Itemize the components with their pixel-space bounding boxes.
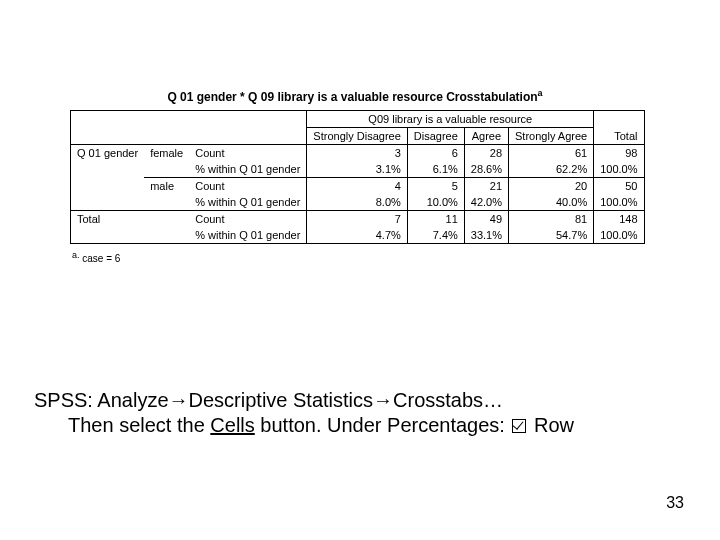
col-header: Disagree bbox=[407, 128, 464, 145]
cell: 28 bbox=[464, 145, 508, 162]
cell: 10.0% bbox=[407, 194, 464, 211]
instr-part: SPSS: Analyze bbox=[34, 389, 169, 411]
cell: 6.1% bbox=[407, 161, 464, 178]
measure-label: % within Q 01 gender bbox=[189, 161, 307, 178]
page-number: 33 bbox=[666, 494, 684, 512]
cell: 3 bbox=[307, 145, 407, 162]
cell: 148 bbox=[594, 211, 644, 228]
arrow-icon: → bbox=[169, 389, 189, 411]
instr-part: button. Under Percentages: bbox=[255, 414, 511, 436]
cell: 3.1% bbox=[307, 161, 407, 178]
col-header: Agree bbox=[464, 128, 508, 145]
col-header: Strongly Agree bbox=[509, 128, 594, 145]
slide: Q 01 gender * Q 09 library is a valuable… bbox=[0, 0, 720, 540]
measure-label: Count bbox=[189, 211, 307, 228]
measure-label: % within Q 01 gender bbox=[189, 227, 307, 244]
table-footnote: a. case = 6 bbox=[70, 250, 640, 264]
cell: 98 bbox=[594, 145, 644, 162]
footnote-text: case = 6 bbox=[82, 253, 120, 264]
cell: 61 bbox=[509, 145, 594, 162]
cell: 33.1% bbox=[464, 227, 508, 244]
row-group-female: female bbox=[144, 145, 189, 178]
crosstab-table: Q09 library is a valuable resource Total… bbox=[70, 110, 645, 244]
spanner-header: Q09 library is a valuable resource bbox=[307, 111, 594, 128]
cell: 4 bbox=[307, 178, 407, 195]
row-group-male: male bbox=[144, 178, 189, 211]
instr-part: Descriptive Statistics bbox=[189, 389, 374, 411]
cell: 42.0% bbox=[464, 194, 508, 211]
cell: 100.0% bbox=[594, 161, 644, 178]
cell: 7 bbox=[307, 211, 407, 228]
cell: 11 bbox=[407, 211, 464, 228]
cell: 28.6% bbox=[464, 161, 508, 178]
cell: 54.7% bbox=[509, 227, 594, 244]
instr-part: Row bbox=[528, 414, 574, 436]
cell: 40.0% bbox=[509, 194, 594, 211]
cell: 49 bbox=[464, 211, 508, 228]
cell: 7.4% bbox=[407, 227, 464, 244]
table-title-text: Q 01 gender * Q 09 library is a valuable… bbox=[167, 90, 537, 104]
col-header: Strongly Disagree bbox=[307, 128, 407, 145]
cells-word: Cells bbox=[210, 414, 254, 436]
measure-label: Count bbox=[189, 145, 307, 162]
cell: 21 bbox=[464, 178, 508, 195]
checkbox-checked-icon bbox=[512, 419, 526, 433]
crosstab-block: Q 01 gender * Q 09 library is a valuable… bbox=[70, 88, 640, 264]
row-var-label: Q 01 gender bbox=[71, 145, 145, 211]
cell: 5 bbox=[407, 178, 464, 195]
cell: 50 bbox=[594, 178, 644, 195]
cell: 6 bbox=[407, 145, 464, 162]
measure-label: Count bbox=[189, 178, 307, 195]
row-total-label: Total bbox=[71, 211, 190, 244]
instr-part: Then select the bbox=[68, 414, 210, 436]
instruction-text: SPSS: Analyze→Descriptive Statistics→Cro… bbox=[34, 388, 686, 438]
cell: 100.0% bbox=[594, 194, 644, 211]
instr-part: Crosstabs… bbox=[393, 389, 503, 411]
table-title-sup: a bbox=[538, 88, 543, 98]
cell: 81 bbox=[509, 211, 594, 228]
cell: 100.0% bbox=[594, 227, 644, 244]
cell: 8.0% bbox=[307, 194, 407, 211]
footnote-marker: a. bbox=[72, 250, 80, 260]
arrow-icon: → bbox=[373, 389, 393, 411]
cell: 62.2% bbox=[509, 161, 594, 178]
table-title: Q 01 gender * Q 09 library is a valuable… bbox=[70, 88, 640, 104]
col-total-header: Total bbox=[594, 111, 644, 145]
cell: 20 bbox=[509, 178, 594, 195]
measure-label: % within Q 01 gender bbox=[189, 194, 307, 211]
cell: 4.7% bbox=[307, 227, 407, 244]
stub-head bbox=[71, 111, 307, 145]
